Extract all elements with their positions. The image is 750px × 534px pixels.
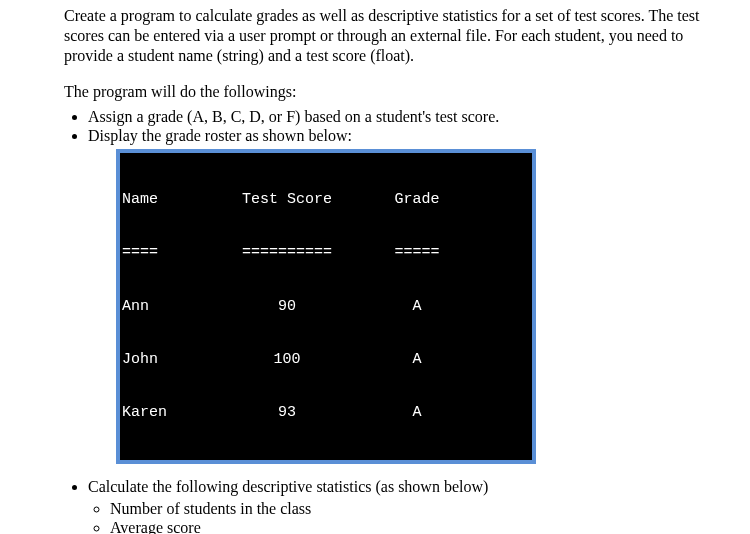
col-header-score: Test Score <box>217 191 357 209</box>
roster-sep-row: ==== ========== ===== <box>122 244 526 262</box>
bullet-assign-grade: Assign a grade (A, B, C, D, or F) based … <box>88 108 724 126</box>
col-sep-name: ==== <box>122 244 217 262</box>
top-bullet-list: Assign a grade (A, B, C, D, or F) based … <box>64 108 724 145</box>
cell-name: Karen <box>122 404 217 422</box>
roster-header-row: Name Test Score Grade <box>122 191 526 209</box>
cell-score: 93 <box>217 404 357 422</box>
col-header-name: Name <box>122 191 217 209</box>
cell-name: Ann <box>122 298 217 316</box>
cell-grade: A <box>357 404 477 422</box>
calc-bullet-list: Calculate the following descriptive stat… <box>64 478 724 496</box>
cell-score: 100 <box>217 351 357 369</box>
cell-name: John <box>122 351 217 369</box>
cell-grade: A <box>357 351 477 369</box>
document-page: Create a program to calculate grades as … <box>0 0 750 534</box>
sub-num-students: Number of students in the class <box>110 500 724 518</box>
calc-sub-list: Number of students in the class Average … <box>64 500 724 534</box>
bullet-display-roster: Display the grade roster as shown below: <box>88 127 724 145</box>
table-row: Ann 90 A <box>122 298 526 316</box>
followings-line: The program will do the followings: <box>64 82 724 102</box>
cell-grade: A <box>357 298 477 316</box>
console-roster: Name Test Score Grade ==== ========== ==… <box>116 149 536 464</box>
col-header-grade: Grade <box>357 191 477 209</box>
table-row: Karen 93 A <box>122 404 526 422</box>
bullet-calc-stats: Calculate the following descriptive stat… <box>88 478 724 496</box>
cell-score: 90 <box>217 298 357 316</box>
sub-average: Average score <box>110 519 724 534</box>
intro-paragraph: Create a program to calculate grades as … <box>64 6 724 66</box>
table-row: John 100 A <box>122 351 526 369</box>
col-sep-grade: ===== <box>357 244 477 262</box>
col-sep-score: ========== <box>217 244 357 262</box>
